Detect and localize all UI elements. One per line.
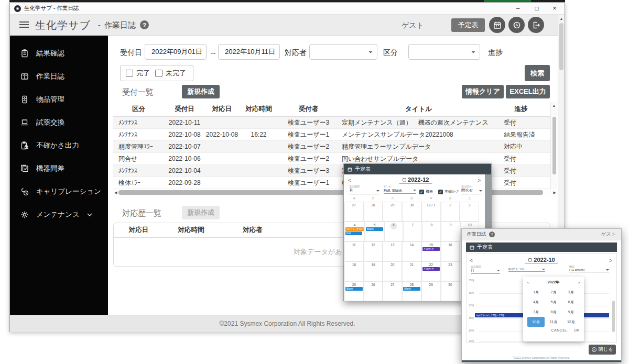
kubun-select[interactable]: 問合せ <box>461 188 482 194</box>
next-month-button[interactable]: > <box>478 178 481 183</box>
sidebar-item-instrument-diff[interactable]: 機器間差 <box>10 160 108 177</box>
picker-month[interactable]: 8月 <box>545 307 562 317</box>
uncertainty-checkbox-wrap[interactable]: ✓ 不確かさ <box>438 189 459 194</box>
picker-month[interactable]: 5月 <box>545 297 562 307</box>
period-select[interactable]: 日 <box>471 268 500 274</box>
excel-export-button[interactable]: EXCEL出力 <box>506 85 550 98</box>
calendar-cell[interactable]: 9 <box>441 222 460 241</box>
calendar-cell[interactable]: 5 Blank <box>365 222 384 241</box>
table-row[interactable]: 精度管理ｴﾗｰ2022-10-07検査ユーザー2精度管理エラーサンプルデータ対応… <box>113 141 550 153</box>
category-select[interactable] <box>408 44 480 60</box>
picker-prev[interactable]: < <box>527 281 529 284</box>
sidebar-item-worklog[interactable]: 作業日誌 <box>10 68 108 85</box>
prev-button[interactable]: < <box>470 258 473 263</box>
event-calibration[interactable]: ｷｬﾘﾌﾞﾚｰｼｮﾝ017 <box>345 227 364 231</box>
table-vscrollbar[interactable]: ▲ <box>550 102 557 189</box>
event-blank[interactable]: Blank <box>366 227 383 231</box>
calendar-cell[interactable]: 13 <box>383 241 402 261</box>
scrollbar-thumb[interactable] <box>559 23 563 70</box>
scroll-right-icon[interactable]: ▶ <box>554 191 556 195</box>
calendar-cell[interactable]: 28 Blank <box>402 281 421 301</box>
calendar-cell[interactable]: 3 <box>460 202 479 222</box>
month-selector[interactable]: 2022-10 <box>525 257 558 264</box>
table-row[interactable]: ﾒﾝﾃﾅﾝｽ2022-10-082022-10-0816:22検査ユーザー1メン… <box>113 129 550 141</box>
calendar-cell[interactable]: 18 <box>344 261 364 281</box>
sidebar-item-calibration[interactable]: キャリブレーション <box>10 183 108 200</box>
calendar-cell[interactable]: 28 <box>364 202 383 222</box>
checked-checkbox-icon[interactable]: ✓ <box>438 190 443 194</box>
schedule-titlebar[interactable]: 予定表 <box>466 242 617 252</box>
calendar-cell[interactable]: 30 <box>441 281 460 301</box>
calendar-cell[interactable]: 14 <box>402 241 421 261</box>
period-select[interactable]: 月 <box>349 188 379 194</box>
prev-month-button[interactable]: < <box>348 178 351 183</box>
calendar-cell[interactable]: 29 <box>421 281 441 301</box>
staff-select[interactable] <box>309 44 377 60</box>
calendar-cell[interactable]: 8 <box>422 222 441 241</box>
inner-scrollbar[interactable] <box>612 301 615 332</box>
calendar-cell[interactable]: 22 不確かさ <box>421 261 441 281</box>
calendar-cell[interactable]: 30 <box>402 202 421 222</box>
calendar-cell[interactable]: 4 ｷｬﾘﾌﾞﾚｰｼｮﾝ017 Full <box>344 222 365 241</box>
date-to-input[interactable]: 2022年10月11日 <box>218 44 280 60</box>
incomplete-checkbox[interactable] <box>155 70 162 77</box>
picker-next[interactable]: > <box>578 281 580 284</box>
scrollbar-thumb[interactable] <box>552 117 556 174</box>
calendar-cell-today[interactable]: 6 <box>384 222 403 241</box>
picker-ok-button[interactable]: OK <box>574 328 580 332</box>
sidebar-item-results[interactable]: 結果確認 <box>10 45 108 62</box>
scroll-up-icon[interactable]: ▲ <box>551 102 557 109</box>
picker-month[interactable]: 12月 <box>562 317 580 327</box>
calendar-cell[interactable]: 21 <box>402 261 421 281</box>
calendar-cell[interactable]: 26 <box>364 281 383 301</box>
event-uncertainty[interactable]: 不確かさ <box>422 267 440 271</box>
calendar-cell[interactable]: 11 <box>344 241 364 261</box>
event-blank[interactable]: Blank <box>403 287 420 291</box>
checked-checkbox-icon[interactable]: ✓ <box>419 190 424 194</box>
sidebar-item-uncertainty[interactable]: 不確かさ出力 <box>10 137 108 154</box>
calendar-cell[interactable]: 19 <box>364 261 383 281</box>
calendar-cell[interactable]: 2 <box>441 202 460 222</box>
complete-checkbox[interactable] <box>126 70 133 77</box>
calendar-cell[interactable]: 15 不確かさ <box>421 241 441 261</box>
calendar-cell[interactable]: 12 / 1 <box>421 202 441 222</box>
maximize-button[interactable]: □ <box>528 3 546 14</box>
logout-icon[interactable] <box>528 17 544 33</box>
operation-select[interactable]: ｷｬﾘﾌﾞﾚｰｼｮﾝ <box>508 268 545 272</box>
calendar-icon[interactable] <box>489 17 505 33</box>
calendar-cell[interactable]: 23 <box>441 261 460 281</box>
close-schedule-button[interactable]: × 閉じる <box>589 345 616 355</box>
month-selector[interactable]: 2022-12 <box>399 177 432 184</box>
picker-month[interactable]: 9月 <box>562 307 580 317</box>
reception-create-button[interactable]: 新規作成 <box>182 85 220 98</box>
picker-month[interactable]: 7月 <box>527 307 545 317</box>
date-from-input[interactable]: 2022年09月01日 <box>145 44 207 60</box>
calendar-cell[interactable]: 20 <box>383 261 402 281</box>
picker-month[interactable]: 1月 <box>527 287 545 297</box>
scroll-left-icon[interactable]: ◀ <box>114 191 117 195</box>
device-select[interactable]: (+1 others) <box>569 268 609 272</box>
calendar-cell[interactable]: 27 <box>383 281 402 301</box>
device-checkbox-wrap[interactable]: ✓ 機器 <box>419 189 433 194</box>
picker-month[interactable]: 3月 <box>562 287 580 297</box>
sidebar-item-maintenance[interactable]: メンテナンス <box>10 206 108 223</box>
option-select[interactable]: Full, Blank <box>384 188 416 194</box>
clear-info-button[interactable]: 情報クリア <box>462 85 504 98</box>
calendar-cell[interactable]: 12 <box>364 241 383 261</box>
search-button[interactable]: 検索 <box>525 65 550 81</box>
event-uncertainty[interactable]: 不確かさ <box>422 247 440 251</box>
scroll-up-icon[interactable]: ▲ <box>558 16 565 22</box>
sidebar-item-goods[interactable]: 物品管理 <box>10 91 108 108</box>
next-button[interactable]: > <box>609 258 612 263</box>
history-create-button[interactable]: 新規作成 <box>182 206 220 219</box>
menu-icon[interactable] <box>19 21 29 28</box>
event-full[interactable]: Full <box>345 231 362 235</box>
history-icon[interactable] <box>508 17 525 33</box>
help-icon[interactable]: ? <box>489 231 495 237</box>
close-button[interactable]: × <box>546 3 563 14</box>
minimize-button[interactable]: – <box>509 3 527 14</box>
picker-cancel-button[interactable]: CANCEL <box>551 328 567 332</box>
calendar-cell[interactable]: 29 <box>383 202 402 222</box>
calendar-cell[interactable]: 27 <box>344 202 364 222</box>
table-row[interactable]: ﾒﾝﾃﾅﾝｽ2022-10-11検査ユーザー3定期メンテナンス（週） 機器の週次… <box>113 117 550 129</box>
